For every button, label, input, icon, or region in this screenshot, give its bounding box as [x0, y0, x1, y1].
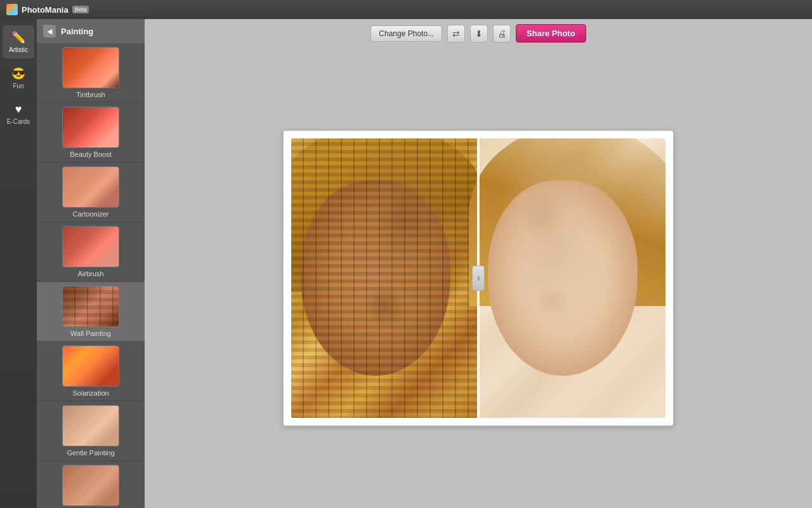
photo-frame — [283, 130, 674, 426]
thumb-brick-overlay — [63, 286, 119, 326]
effect-face-paintbrush — [63, 465, 119, 505]
sidebar-item-fun-label: Fun — [13, 83, 23, 90]
print-icon: 🖨 — [497, 29, 506, 39]
effect-face-tintbrush — [63, 48, 119, 88]
beta-badge: Beta — [72, 6, 89, 13]
toolbar: Change Photo... ⇄ ⬇ 🖨 Share Photo — [145, 19, 812, 48]
app-logo — [6, 4, 18, 15]
effect-thumbnail-tintbrush — [62, 47, 119, 88]
effect-label-airbrush: Airbrush — [78, 270, 104, 277]
effect-face-cartoonizer — [63, 167, 119, 207]
effect-thumbnail-gentlepainting — [62, 405, 119, 446]
change-photo-button[interactable]: Change Photo... — [370, 25, 442, 42]
effect-panel: ◀ Painting TintbrushBeauty BoostCartooni… — [37, 19, 145, 508]
effect-face-wallpainting — [63, 286, 119, 326]
sidebar-item-artistic-label: Artistic — [9, 46, 28, 53]
flip-icon: ⇄ — [452, 29, 460, 39]
effect-label-solarization: Solarization — [72, 389, 108, 397]
photo-effect-left — [291, 138, 478, 418]
effect-label-cartoonizer: Cartoonizer — [73, 210, 109, 218]
effect-panel-header: ◀ Painting — [37, 19, 145, 43]
effect-item-beautyboost[interactable]: Beauty Boost — [37, 103, 145, 163]
app-title: PhotoMania — [22, 5, 69, 15]
effect-thumbnail-solarization — [62, 345, 119, 387]
download-button[interactable]: ⬇ — [470, 25, 488, 43]
icon-sidebar: ✏️ Artistic 😎 Fun ♥ E-Cards — [0, 19, 37, 508]
effect-list[interactable]: TintbrushBeauty BoostCartoonizerAirbrush… — [37, 43, 145, 508]
ecards-icon: ♥ — [15, 103, 22, 116]
effect-thumbnail-cartoonizer — [62, 166, 119, 208]
sidebar-item-ecards[interactable]: ♥ E-Cards — [3, 98, 34, 130]
panel-title: Painting — [61, 27, 93, 36]
titlebar: PhotoMania Beta — [0, 0, 812, 19]
effect-label-tintbrush: Tintbrush — [76, 91, 105, 98]
effect-face-airbrush — [63, 227, 119, 267]
sidebar-item-fun[interactable]: 😎 Fun — [3, 62, 34, 95]
effect-item-solarization[interactable]: Solarization — [37, 342, 145, 401]
effect-thumbnail-paintbrush — [62, 465, 119, 506]
effect-thumbnail-wallpainting — [62, 286, 119, 327]
content-area: Change Photo... ⇄ ⬇ 🖨 Share Photo — [145, 19, 812, 508]
flip-button[interactable]: ⇄ — [447, 25, 465, 43]
effect-item-wallpainting[interactable]: Wall Painting — [37, 282, 145, 342]
main-layout: ✏️ Artistic 😎 Fun ♥ E-Cards ◀ Painting T… — [0, 19, 812, 508]
sidebar-item-ecards-label: E-Cards — [7, 118, 30, 125]
effect-item-tintbrush[interactable]: Tintbrush — [37, 43, 145, 103]
effect-item-cartoonizer[interactable]: Cartoonizer — [37, 163, 145, 222]
divider-handle[interactable] — [472, 265, 485, 291]
download-icon: ⬇ — [475, 29, 483, 39]
effect-thumbnail-airbrush — [62, 226, 119, 267]
effect-item-gentlepainting[interactable]: Gentle Painting — [37, 401, 145, 461]
effect-label-beautyboost: Beauty Boost — [70, 150, 111, 158]
share-photo-button[interactable]: Share Photo — [516, 24, 586, 43]
canvas-area — [145, 48, 812, 508]
face-overlay-right — [478, 138, 665, 418]
effect-face-solarization — [63, 346, 119, 386]
artistic-icon: ✏️ — [11, 30, 25, 44]
brick-texture — [291, 138, 478, 418]
effect-label-wallpainting: Wall Painting — [70, 330, 111, 337]
effect-thumbnail-beautyboost — [62, 107, 119, 148]
effect-item-airbrush[interactable]: Airbrush — [37, 222, 145, 282]
print-button[interactable]: 🖨 — [493, 25, 511, 43]
effect-item-paintbrush[interactable]: Paint Brush — [37, 461, 145, 508]
effect-label-gentlepainting: Gentle Painting — [67, 449, 114, 457]
photo-original-right — [478, 138, 665, 418]
photo-container — [291, 138, 665, 418]
fun-icon: 😎 — [11, 67, 25, 81]
sidebar-item-artistic[interactable]: ✏️ Artistic — [3, 25, 34, 58]
panel-back-button[interactable]: ◀ — [43, 25, 56, 37]
effect-face-beautyboost — [63, 107, 119, 147]
effect-face-gentlepainting — [63, 406, 119, 446]
